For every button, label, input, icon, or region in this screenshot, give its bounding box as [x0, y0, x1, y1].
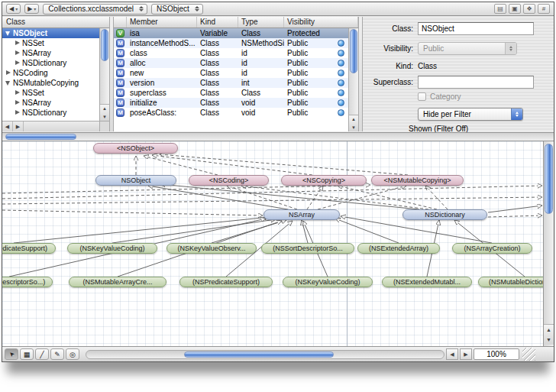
- scroll-arrows[interactable]: ▲▼: [544, 324, 554, 345]
- diagram-node-category[interactable]: (NSMutableDictionar...: [478, 277, 543, 287]
- member-row-alloc[interactable]: MallocClassidPublic: [114, 58, 348, 68]
- member-row-instancemethods[interactable]: MinstanceMethodS...ClassNSMethodSi...Pub…: [114, 38, 348, 48]
- scroll-thumb[interactable]: [5, 134, 76, 140]
- class-tree-item-nsset[interactable]: NSSet: [2, 88, 99, 98]
- class-tree-item-nsobject[interactable]: NSObject: [2, 28, 99, 38]
- superclass-field[interactable]: [418, 76, 534, 89]
- disclosure-triangle-icon[interactable]: [14, 109, 21, 116]
- media-tool-icon: ▦: [24, 351, 31, 358]
- disclosure-triangle-icon[interactable]: [5, 70, 11, 76]
- member-row-version[interactable]: MversionClassintPublic: [114, 78, 348, 88]
- class-tree-item-nscoding[interactable]: NSCoding: [2, 68, 99, 78]
- class-field[interactable]: NSObject: [418, 22, 534, 35]
- disclosure-triangle-icon[interactable]: [14, 60, 21, 66]
- line-tool[interactable]: ╱: [35, 348, 49, 360]
- symbols-button[interactable]: #: [538, 4, 550, 14]
- class-tree-item-nsarray[interactable]: NSArray: [2, 98, 99, 108]
- icon-column-header[interactable]: [114, 17, 127, 28]
- diagram-node-category[interactable]: (NSKeyValueCoding): [67, 243, 157, 254]
- diagram-node-class[interactable]: NSDictionary: [402, 209, 487, 220]
- diagram-node-protocol[interactable]: <NSMutableCopying>: [371, 175, 464, 186]
- diagram-node-category[interactable]: (NSSortDescriptorSo...): [2, 277, 53, 287]
- member-kind-text-cell: Class: [197, 69, 238, 77]
- disclosure-triangle-icon[interactable]: [14, 50, 21, 57]
- scroll-thumb[interactable]: [184, 352, 334, 358]
- scroll-right-button[interactable]: ▶: [460, 348, 472, 360]
- disclosure-triangle-icon[interactable]: [14, 99, 21, 106]
- member-row-isa[interactable]: VisaVariableClassProtected: [114, 28, 348, 38]
- member-column-header[interactable]: Member: [127, 17, 197, 28]
- disclosure-triangle-icon[interactable]: [5, 79, 11, 86]
- class-list-vscrollbar[interactable]: ▲▼: [99, 28, 109, 121]
- bookmarks-button[interactable]: ▤: [494, 4, 506, 14]
- diagram-node-class[interactable]: NSObject: [95, 175, 176, 186]
- disclosure-triangle-icon[interactable]: [14, 89, 21, 96]
- filter-popup[interactable]: Hide per Filter: [418, 108, 523, 121]
- diagram-node-category[interactable]: (NSMutableArrayCre...: [69, 277, 166, 287]
- scroll-left-button[interactable]: ◀: [446, 348, 458, 360]
- member-row-poseasclass[interactable]: MposeAsClass:ClassvoidPublic: [114, 108, 348, 118]
- diagram-node-category[interactable]: (NSExtendedMutabl...: [382, 277, 472, 287]
- member-row-new[interactable]: MnewClassidPublic: [114, 68, 348, 78]
- member-kind-text-cell: Class: [197, 59, 238, 67]
- diagram-node-category[interactable]: (NSSortDescriptorSo...: [261, 243, 354, 254]
- member-row-superclass[interactable]: MsuperclassClassClassPublic: [114, 88, 348, 98]
- diagram-node-protocol[interactable]: <NSCoding>: [189, 175, 269, 186]
- member-type-cell: Class: [238, 29, 284, 37]
- canvas-hscrollbar[interactable]: [86, 350, 444, 359]
- disclosure-triangle-icon[interactable]: [5, 30, 11, 37]
- diagram-node-protocol[interactable]: <NSObject>: [93, 143, 178, 154]
- media-tool[interactable]: ▦: [20, 348, 34, 360]
- scroll-arrows[interactable]: ▲▼: [349, 115, 358, 131]
- member-list-pane: Member Kind Type Visibility VisaVariable…: [114, 17, 358, 131]
- file-popup[interactable]: Collections.xcclassmodel: [43, 4, 147, 15]
- diagram-node-protocol[interactable]: <NSCopying>: [281, 175, 367, 186]
- scroll-left-icon[interactable]: ◀: [2, 121, 13, 131]
- class-tree-item-nsset[interactable]: NSSet: [2, 38, 99, 48]
- diagram-node-category[interactable]: (NSArrayCreation): [452, 243, 532, 254]
- member-kind-cell: M: [114, 109, 127, 117]
- zoom-popup[interactable]: 100%: [474, 348, 519, 360]
- scroll-right-icon[interactable]: ▶: [13, 121, 24, 131]
- scroll-thumb[interactable]: [350, 29, 357, 73]
- disclosure-triangle-icon[interactable]: [14, 40, 21, 47]
- class-column-header[interactable]: Class: [2, 17, 109, 28]
- category-checkbox[interactable]: [418, 92, 426, 101]
- browser-horizontal-scrollbar[interactable]: [2, 132, 554, 141]
- forward-button[interactable]: ▶▾: [24, 4, 39, 14]
- cursor-tool[interactable]: ➤: [5, 348, 18, 360]
- member-list-vscrollbar[interactable]: ▲▼: [348, 28, 358, 131]
- class-tree-item-nsarray[interactable]: NSArray: [2, 48, 99, 58]
- diagram-node-class[interactable]: NSArray: [263, 209, 340, 220]
- scroll-thumb[interactable]: [545, 144, 553, 214]
- member-type-cell: void: [238, 109, 284, 117]
- scroll-arrows[interactable]: ▲▼: [100, 104, 109, 121]
- diagram-node-category[interactable]: (NSPredicateSupport): [179, 277, 273, 287]
- member-row-initialize[interactable]: MinitializeClassvoidPublic: [114, 98, 348, 108]
- canvas-vscrollbar[interactable]: ▲▼: [543, 141, 554, 346]
- diagram-node-category[interactable]: (NSKeyValueCoding): [283, 277, 373, 287]
- visibility-popup[interactable]: Public: [418, 42, 517, 55]
- back-history-icon: ▾: [15, 6, 18, 11]
- scroll-thumb[interactable]: [101, 29, 108, 61]
- diagram-node-category[interactable]: (NSPredicateSupport): [2, 243, 56, 254]
- zoom-tool[interactable]: ◎: [66, 348, 79, 360]
- diagram-canvas[interactable]: <NSObject>NSObject<NSCoding><NSCopying><…: [2, 141, 543, 346]
- diagram-node-category[interactable]: (NSExtendedArray): [357, 243, 440, 254]
- back-button[interactable]: ◀▾: [6, 4, 21, 14]
- visibility-column-header[interactable]: Visibility: [284, 17, 358, 28]
- class-tree-item-label: NSArray: [22, 49, 51, 57]
- pencil-tool[interactable]: ✎: [50, 348, 64, 360]
- class-tree-item-nsmutablecopying[interactable]: NSMutableCopying: [2, 78, 99, 88]
- class-tree-item-nsdictionary[interactable]: NSDictionary: [2, 58, 99, 68]
- class-list-hscrollbar[interactable]: ◀ ▶: [2, 121, 99, 131]
- class-popup[interactable]: NSObject: [151, 4, 203, 15]
- type-column-header[interactable]: Type: [238, 17, 284, 28]
- class-tree-item-nsdictionary[interactable]: NSDictionary: [2, 108, 99, 118]
- breakpoints-button[interactable]: ▣: [509, 4, 521, 14]
- kind-column-header[interactable]: Kind: [197, 17, 238, 28]
- diagram-node-category[interactable]: (NSKeyValueObserv...: [166, 243, 257, 254]
- member-row-class[interactable]: MclassClassidPublic: [114, 48, 348, 58]
- counterpart-button[interactable]: ❖: [523, 4, 535, 14]
- resize-grip[interactable]: [522, 348, 535, 361]
